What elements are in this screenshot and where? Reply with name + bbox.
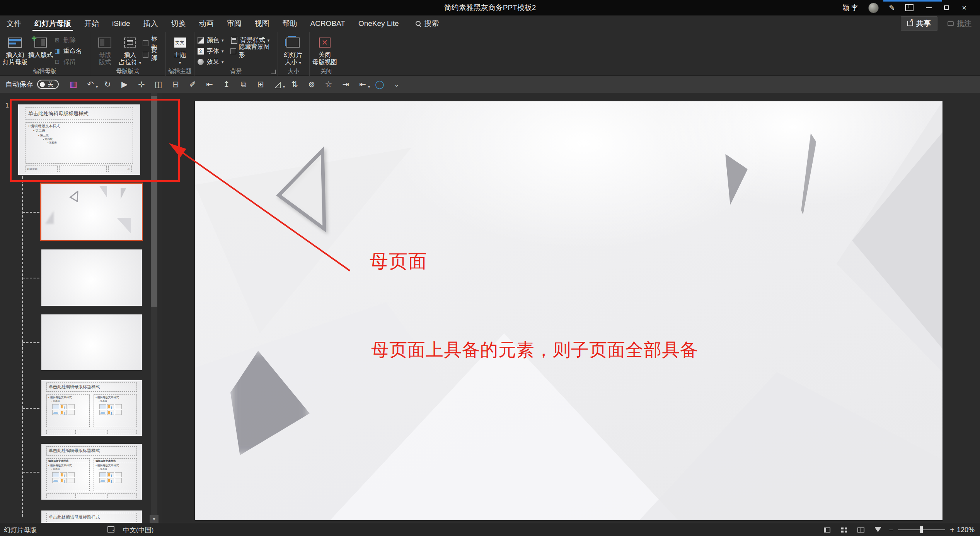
tab-onekey-lite[interactable]: OneKey Lite (352, 15, 406, 32)
move-right-icon[interactable]: ⇥ (337, 77, 354, 91)
rename-button[interactable]: ◨重命名 (53, 46, 82, 56)
master-number-placeholder: ‹#› (108, 166, 132, 172)
thumbnail-layout-title-only[interactable]: 单击此处编辑母版标题样式 (41, 510, 142, 523)
spellcheck-icon[interactable] (107, 526, 114, 533)
tab-transitions[interactable]: 切换 (164, 15, 192, 32)
merge-shapes-icon[interactable]: ⊚ (303, 77, 320, 91)
slide-size-button[interactable]: 幻灯片大小 ▾ (280, 34, 306, 67)
thumbnail-layout-two-content[interactable]: 单击此处编辑母版标题样式 • 编辑母版文本样式 • 第二级 • 编辑母版文本样式… (41, 380, 142, 436)
dark-triangle (725, 154, 748, 205)
thumbnail-layout-blank[interactable] (41, 249, 142, 306)
group-objects-icon[interactable]: ⊞ (252, 77, 269, 91)
pen-tools-icon[interactable]: ✎ (889, 3, 895, 12)
normal-view-button[interactable] (818, 523, 835, 536)
scrollbar-thumb[interactable] (151, 96, 157, 307)
slide-sorter-button[interactable] (835, 523, 852, 536)
thumbnail-layout-blank[interactable] (41, 314, 142, 370)
zoom-slider-thumb[interactable] (920, 526, 923, 533)
search-box[interactable]: 搜索 (416, 15, 439, 32)
more-commands-icon[interactable]: ⌄ (388, 77, 405, 91)
comment-bubble-icon (948, 21, 954, 26)
undo-icon[interactable]: ↶▾ (82, 77, 99, 91)
share-button[interactable]: 共享 (901, 16, 937, 31)
menubar: 文件 幻灯片母版 开始 iSlide 插入 切换 动画 审阅 视图 帮助 ACR… (0, 15, 980, 32)
document-title: 简约素雅黑灰商务PPT模板2 (0, 0, 980, 15)
slideshow-button[interactable] (869, 523, 886, 536)
hierarchy-stub (22, 212, 39, 213)
master-layout-button: 母版版式 (92, 34, 118, 66)
oval-shape-icon[interactable]: ◯ (371, 77, 388, 91)
zoom-level[interactable]: 120% (957, 526, 980, 534)
master-title-placeholder: 单击此处编辑母版标题样式 (26, 107, 133, 120)
tab-insert[interactable]: 插入 (136, 15, 164, 32)
tab-slide-master[interactable]: 幻灯片母版 (28, 15, 78, 32)
redo-icon[interactable]: ↻ (99, 77, 116, 91)
thumbnail-scrollbar[interactable] (151, 93, 157, 523)
tab-help[interactable]: 帮助 (276, 15, 303, 32)
preserve-button: ⊡保留 (53, 57, 82, 67)
align-left-icon[interactable]: ⇤ (201, 77, 218, 91)
hide-background-graphics-checkbox[interactable]: 隐藏背景图形 (230, 46, 275, 56)
insert-layout-button[interactable]: 插入版式 (28, 34, 53, 58)
share-icon (907, 21, 913, 26)
zoom-in-button[interactable]: + (948, 526, 957, 534)
footer-checkbox[interactable]: 页脚 (143, 50, 163, 60)
zoom-slider[interactable] (898, 529, 945, 530)
bring-forward-icon[interactable]: ⧉ (235, 77, 252, 91)
save-icon[interactable]: ▥ (65, 77, 82, 91)
title-checkbox-box (143, 40, 148, 46)
ribbon: 插入幻灯片母版 插入版式 ⊠删除 ◨重命名 ⊡保留 编辑母版 母版版式 插入占位… (0, 32, 980, 76)
thumbnail-master[interactable]: 单击此处编辑母版标题样式 • 编辑母版文本样式 • 第二级 • 第三级 • 第四… (18, 104, 140, 175)
close-master-view-button[interactable]: ✕ 关闭母版视图 (312, 34, 337, 66)
annotation-text-description: 母页面上具备的元素，则子页面全部具备 (371, 338, 698, 362)
avatar[interactable] (868, 3, 879, 13)
tab-islide[interactable]: iSlide (106, 15, 136, 32)
align-top-icon[interactable]: ↥ (218, 77, 235, 91)
thumbnail-layout-selected[interactable] (41, 184, 142, 240)
autosave-toggle[interactable]: 关 (37, 80, 59, 89)
tab-file[interactable]: 文件 (0, 15, 28, 32)
background-styles-icon (231, 37, 237, 44)
group-edit-theme: 文文 主题▾ 编辑主题 (165, 32, 194, 76)
statusbar-language[interactable]: 中文(中国) (123, 523, 153, 536)
effects-button[interactable]: 效果▾ (197, 57, 230, 67)
tab-animations[interactable]: 动画 (192, 15, 220, 32)
ribbon-display-options-icon[interactable] (905, 4, 914, 11)
align-center-icon[interactable]: ⊹ (133, 77, 150, 91)
slide-canvas[interactable]: 母页面 母页面上具备的元素，则子页面全部具备 (195, 101, 943, 520)
distribute-horizontal-icon[interactable]: ◫ (150, 77, 167, 91)
comments-button: 批注 (943, 17, 976, 31)
group-master-layout: 母版版式 插入占位符 ▾ 标题 页脚 母版版式 (90, 32, 165, 76)
group-size: 幻灯片大小 ▾ 大小 (278, 32, 309, 76)
fonts-icon: 文 (198, 48, 204, 55)
themes-button[interactable]: 文文 主题▾ (168, 34, 192, 67)
minimize-button[interactable] (920, 0, 937, 15)
distribute-vertical-icon[interactable]: ⇅ (286, 77, 303, 91)
tab-review[interactable]: 审阅 (220, 15, 248, 32)
group-background: 颜色▾ 文字体▾ 效果▾ 背景样式▾ 隐藏背景图形 背景 (194, 32, 278, 76)
zoom-out-button[interactable]: − (886, 526, 896, 534)
reading-view-button[interactable] (852, 523, 869, 536)
content-placeholder-icons (99, 404, 124, 415)
close-button[interactable]: × (955, 0, 973, 15)
start-slideshow-icon[interactable]: ▶ (116, 77, 133, 91)
align-objects-icon[interactable]: ⇤▾ (354, 77, 371, 91)
tab-view[interactable]: 视图 (248, 15, 276, 32)
scroll-down-button[interactable]: ▼ (150, 515, 159, 523)
restore-button[interactable] (937, 0, 955, 15)
thumbnail-layout-comparison[interactable]: 单击此处编辑母版标题样式 编辑母版文本样式 • 编辑母版文本样式 • 第二级 编… (41, 444, 142, 500)
insert-slide-master-button[interactable]: 插入幻灯片母版 (2, 34, 28, 66)
format-painter-icon[interactable]: ✐ (184, 77, 201, 91)
powerpoint-window: 简约素雅黑灰商务PPT模板2 颖 李 ✎ × 文件 幻灯片母版 开始 iSlid… (0, 0, 980, 536)
tab-acrobat[interactable]: ACROBAT (303, 15, 351, 32)
tab-home[interactable]: 开始 (78, 15, 106, 32)
quick-access-toolbar: 自动保存 关 ▥ ↶▾ ↻ ▶ ⊹ ◫ ⊟ ✐ ⇤ ↥ ⧉ ⊞ ◿▾ ⇅ ⊚ ☆… (0, 76, 980, 93)
quick-style-icon[interactable]: ☆ (320, 77, 337, 91)
align-middle-icon[interactable]: ⊟ (167, 77, 184, 91)
shape-outline-icon[interactable]: ◿▾ (269, 77, 286, 91)
fonts-button[interactable]: 文字体▾ (197, 46, 230, 56)
insert-placeholder-button[interactable]: 插入占位符 ▾ (118, 34, 143, 67)
colors-button[interactable]: 颜色▾ (197, 36, 230, 45)
effects-icon (198, 59, 204, 65)
outline-triangle-graphic (274, 146, 338, 235)
